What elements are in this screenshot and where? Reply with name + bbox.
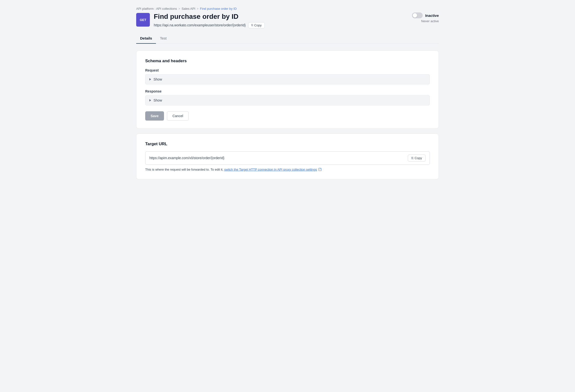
response-label: Response: [145, 89, 430, 93]
header-title-block: Find purchase order by ID https://api.na…: [154, 12, 265, 28]
info-text-before: This is where the request will be forwar…: [145, 168, 223, 171]
copy-target-icon: ⎘: [411, 156, 413, 160]
status-row: Inactive: [412, 12, 439, 18]
response-chevron-icon: [149, 99, 151, 101]
tab-details[interactable]: Details: [136, 33, 156, 44]
breadcrumb: API platform : API collections > Sales A…: [136, 7, 439, 10]
cancel-button[interactable]: Cancel: [167, 111, 189, 121]
endpoint-url: https://api.na.workato.com/exampleuser/s…: [154, 23, 246, 27]
method-badge: GET: [136, 13, 150, 27]
target-url-value: https://apim.example.com/v0/store/order/…: [149, 156, 408, 160]
status-toggle[interactable]: [412, 12, 423, 18]
breadcrumb-sep1: >: [178, 7, 180, 10]
breadcrumb-api-platform[interactable]: API platform : API collections: [136, 7, 177, 10]
header-right: Inactive Never active: [412, 12, 439, 23]
tabs-bar: Details Test: [136, 33, 439, 44]
external-link-icon: [318, 168, 321, 171]
url-row: https://api.na.workato.com/exampleuser/s…: [154, 22, 265, 28]
header-left: GET Find purchase order by ID https://ap…: [136, 12, 265, 28]
schema-btn-row: Save Cancel: [145, 111, 430, 121]
breadcrumb-sales-api[interactable]: Sales API: [182, 7, 195, 10]
save-button[interactable]: Save: [145, 111, 164, 121]
response-show-label: Show: [153, 98, 162, 102]
request-show-label: Show: [153, 77, 162, 81]
target-url-card: Target URL https://apim.example.com/v0/s…: [136, 134, 439, 179]
page-title: Find purchase order by ID: [154, 12, 265, 21]
request-collapsible[interactable]: Show: [145, 74, 430, 84]
copy-url-button[interactable]: ⎘ Copy: [248, 22, 265, 28]
copy-target-url-button[interactable]: ⎘ Copy: [408, 154, 426, 162]
copy-target-label: Copy: [415, 156, 422, 160]
info-text: This is where the request will be forwar…: [145, 168, 430, 171]
response-collapsible[interactable]: Show: [145, 95, 430, 105]
copy-url-label: Copy: [254, 24, 262, 27]
request-chevron-icon: [149, 78, 151, 80]
schema-headers-card: Schema and headers Request Show Response…: [136, 50, 439, 129]
breadcrumb-sep2: >: [197, 7, 198, 10]
status-label: Inactive: [425, 13, 439, 18]
schema-headers-title: Schema and headers: [145, 59, 430, 63]
switch-connection-link[interactable]: switch the Target HTTP connection in API…: [224, 168, 317, 171]
toggle-thumb: [413, 13, 417, 18]
target-url-title: Target URL: [145, 142, 430, 147]
breadcrumb-current: Find purchase order by ID: [200, 7, 237, 10]
copy-icon: ⎘: [251, 24, 253, 27]
request-label: Request: [145, 68, 430, 72]
never-active-text: Never active: [421, 19, 439, 23]
tab-test[interactable]: Test: [156, 33, 171, 44]
target-url-row: https://apim.example.com/v0/store/order/…: [145, 151, 430, 165]
page-header: GET Find purchase order by ID https://ap…: [136, 12, 439, 28]
